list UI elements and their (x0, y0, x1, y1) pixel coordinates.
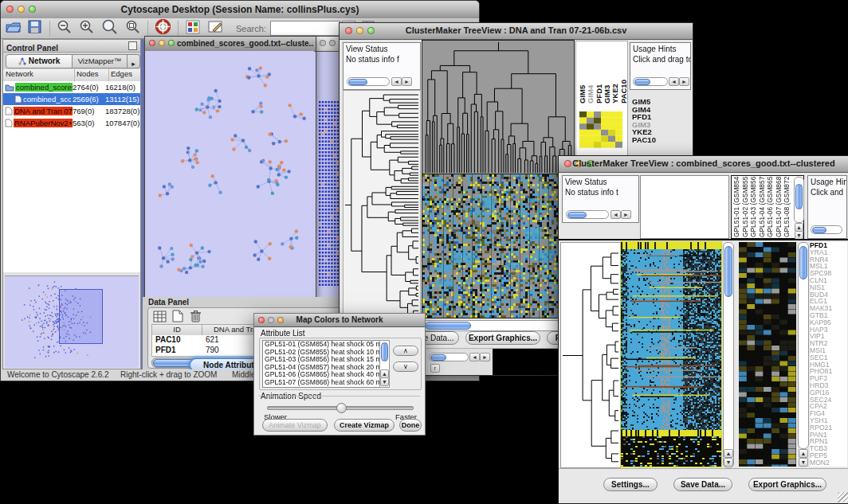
tv2-column-labels[interactable]: GPL51-01 (GSM854)GPL51-02 (GSM855)GPL51-… (732, 177, 793, 237)
file-icon (14, 95, 22, 104)
minimize-button[interactable] (329, 40, 336, 46)
scroll-down-arrow[interactable]: ▼ (799, 458, 808, 467)
tv1-detail-view[interactable] (493, 349, 561, 375)
attribute-vscrollbar[interactable]: ▲ ▼ (379, 340, 390, 388)
network-canvas-1[interactable] (145, 51, 314, 297)
scroll-left-arrow[interactable]: ◄ (610, 210, 621, 219)
done-button[interactable]: Done (399, 419, 422, 432)
scroll-left-arrow[interactable]: ◄ (669, 77, 679, 86)
zoom-in-button[interactable] (79, 19, 95, 38)
tv2-status-hscrollbar[interactable] (566, 210, 609, 219)
slider-thumb[interactable] (336, 403, 347, 413)
scroll-left-arrow[interactable]: ◄ (469, 353, 480, 361)
tv1-summary-matrix[interactable] (579, 111, 622, 148)
tv1-export-graphics-button[interactable]: Export Graphics... (465, 331, 540, 345)
network-nodes: 563(0) (73, 119, 94, 127)
zoom-selected-button[interactable] (125, 19, 141, 38)
tv2-settings-button[interactable]: Settings... (603, 478, 658, 491)
main-title-bar[interactable]: Cytoscape Desktop (Session Name: collins… (1, 1, 479, 19)
close-button[interactable] (149, 40, 155, 46)
birdseye-view[interactable] (5, 275, 139, 368)
network-row[interactable]: combined_sco 2569(6) 13112(15) (3, 93, 140, 105)
minimize-button[interactable] (159, 40, 165, 46)
scroll-right-arrow[interactable]: ► (679, 77, 689, 86)
attribute-list-label: Attribute List (261, 329, 305, 338)
scroll-right-arrow[interactable]: ► (480, 353, 490, 361)
tv2-row-dendrogram[interactable] (560, 242, 621, 468)
help-button[interactable] (155, 19, 171, 37)
save-session-button[interactable] (28, 20, 41, 37)
scroll-down-arrow[interactable]: ▼ (380, 377, 389, 386)
zoom-in-icon (79, 19, 95, 35)
tv2-hints-hscrollbar[interactable] (811, 225, 842, 234)
network-window-1: combined_scores_good.txt--cluste... (144, 36, 316, 299)
zoom-fit-button[interactable] (101, 19, 119, 38)
col-edges[interactable]: Edges (109, 69, 140, 81)
open-session-button[interactable] (6, 20, 22, 37)
tv1-hints-hscrollbar[interactable] (633, 77, 668, 86)
close-button[interactable] (320, 40, 326, 46)
tv1-column-labels[interactable]: GIM5GIM4PFD1GIM3YKE2PAC10 (578, 46, 627, 104)
scroll-right-arrow[interactable]: ► (621, 210, 631, 219)
tab-vizmapper[interactable]: VizMapper™ (73, 54, 128, 68)
tv1-row-labels[interactable]: GIM5GIM4PFD1GIM3YKE2PAC10 (632, 98, 680, 146)
scroll-left-arrow[interactable]: ◄ (391, 77, 402, 86)
column-label: GIM4 (586, 46, 594, 104)
speed-slider[interactable] (267, 406, 414, 410)
tv1-row-dendrogram[interactable] (343, 90, 421, 319)
data-panel-header: Data Panel (148, 298, 189, 307)
tv1-detail-hscrollbar[interactable] (429, 353, 469, 361)
tv2-global-vscrollbar[interactable] (723, 242, 734, 468)
network-row[interactable]: combined_scores 2764(0) 16218(0) (3, 81, 140, 93)
move-up-button[interactable]: ∧ (393, 346, 418, 356)
delete-attribute-button[interactable] (190, 310, 202, 326)
file-icon (5, 119, 13, 127)
animate-vizmap-button[interactable]: Animate Vizmap (262, 419, 328, 432)
status-zoom-hint: Right-click + drag to ZOOM (120, 370, 217, 379)
col-network[interactable]: Network (3, 69, 75, 81)
col-nodes[interactable]: Nodes (75, 69, 109, 81)
float-panel-icon[interactable] (128, 41, 137, 50)
data-col-id[interactable]: ID (152, 325, 202, 336)
move-down-button[interactable]: ∨ (393, 361, 418, 372)
mini-button[interactable]: r (430, 364, 440, 373)
tab-network[interactable]: Network (6, 54, 73, 68)
zoom-out-button[interactable] (57, 19, 73, 38)
tv1-status-hscrollbar[interactable] (347, 77, 390, 86)
data-cell-value: 621 (206, 335, 219, 346)
data-cell-value: 790 (206, 346, 219, 356)
attribute-listbox[interactable]: GPL51-01 (GSM854) heat shock 05 minGPL51… (262, 340, 380, 388)
tab-more-button[interactable]: ▸ (128, 54, 140, 68)
scroll-up-arrow[interactable]: ▲ (799, 449, 808, 458)
network-row[interactable]: DNA and Tran 07 769(0) 183728(0) (3, 105, 140, 117)
tv2-zoom-heatmap[interactable] (739, 242, 796, 467)
resize-grip[interactable] (838, 492, 848, 502)
tv2-zoom-vscrollbar[interactable] (798, 242, 809, 449)
create-vizmap-button[interactable]: Create Vizmap (334, 419, 395, 432)
tv2-export-graphics-button[interactable]: Export Graphics... (748, 478, 826, 491)
vizmapper-button[interactable] (186, 20, 200, 37)
annotation-button[interactable] (208, 20, 224, 37)
tv1-column-dendrogram[interactable] (422, 41, 574, 174)
attribute-item[interactable]: GPL51-07 (GSM868) heat shock 60 min (263, 379, 379, 387)
scroll-right-arrow[interactable]: ► (402, 77, 412, 86)
column-label: GPL51-07 (GSM868) (775, 177, 783, 237)
tv2-global-heatmap[interactable] (621, 242, 721, 467)
column-label: GIM3 (603, 46, 610, 104)
zoom-out-icon (57, 19, 73, 35)
folder-open-icon (6, 20, 22, 33)
search-input[interactable] (270, 21, 340, 36)
tv1-column-label-panel: GIM5GIM4PFD1GIM3YKE2PAC10 (575, 41, 628, 174)
new-attribute-button[interactable] (172, 310, 183, 326)
network-row[interactable]: RNAPuberNov2+ 563(0) 107847(0) (3, 117, 140, 129)
tv2-labels-vscrollbar[interactable] (794, 177, 804, 223)
status-welcome: Welcome to Cytoscape 2.6.2 (7, 370, 109, 379)
tv2-row-labels[interactable]: PFD1YRA1RNR4MSL1SPC98CLN1NIS1BUD4ELG1MAK… (810, 242, 847, 467)
column-label: GIM5 (578, 46, 586, 104)
scroll-up-arrow[interactable]: ▲ (724, 449, 733, 458)
tv2-column-tree-area[interactable] (640, 175, 729, 239)
scroll-down-arrow[interactable]: ▼ (724, 458, 733, 467)
zoom-button[interactable] (168, 40, 175, 46)
tv1-global-heatmap[interactable] (422, 174, 564, 318)
tv2-save-data-button[interactable]: Save Data... (673, 478, 732, 491)
